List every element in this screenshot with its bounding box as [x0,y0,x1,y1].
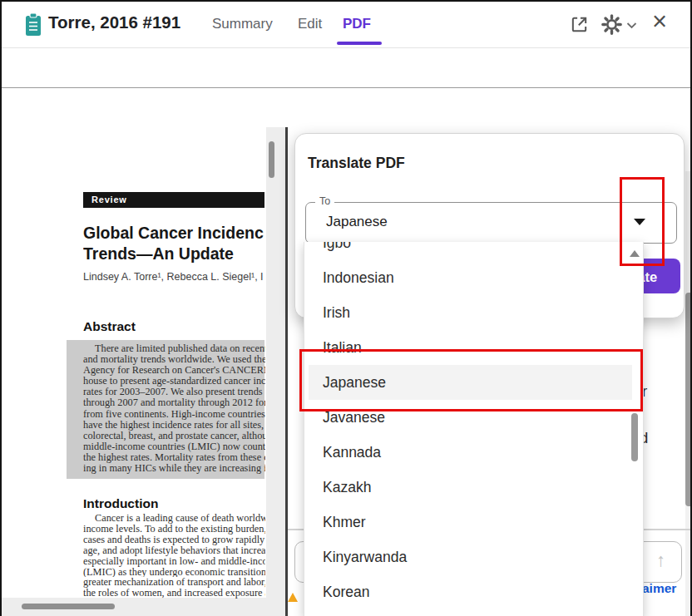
language-option-irish[interactable]: Irish [304,295,643,330]
attachment-bar: Torre-2016-Global Cancer Incidence and M… [2,88,690,128]
paper-title: Global Cancer Incidenc Trends—An Update [83,223,266,264]
review-badge: Review [83,192,264,208]
introduction-heading: Introduction [83,496,158,511]
warning-icon-fragment [288,593,298,602]
disclaimer-link[interactable]: aimer [642,581,676,596]
language-option-kannada[interactable]: Kannada [304,435,643,470]
language-option-kinyarwanda[interactable]: Kinyarwanda [304,540,643,574]
abstract-heading: Abstract [83,319,136,334]
settings-chevron-icon[interactable] [626,22,637,29]
active-tab-underline [337,42,382,45]
tab-edit[interactable]: Edit [298,16,322,32]
dialog-title: Translate PDF [308,155,405,172]
pdf-toolbar: / 12 70% [2,48,690,88]
selected-language-value: Japanese [326,214,388,230]
horizontal-scrollbar-thumb[interactable] [22,604,115,609]
clipboard-icon [23,12,43,37]
abstract-text: There are limited published data on rece… [83,343,265,474]
language-dropdown-list: Igbo Indonesian Irish Italian Japanese J… [304,242,644,616]
annotation-box-japanese-option [299,349,643,411]
dropdown-scrollbar-thumb[interactable] [631,413,638,461]
send-arrow-icon[interactable] [656,549,665,571]
paper-authors: Lindsey A. Torre¹, Rebecca L. Siegel¹, I [83,271,265,283]
close-icon[interactable] [652,8,667,34]
vertical-scrollbar-thumb[interactable] [269,141,274,178]
tab-summary[interactable]: Summary [212,16,273,32]
settings-gear-icon[interactable] [601,13,623,36]
introduction-text: Cancer is a leading cause of death world… [83,513,265,599]
header-bar: Torre, 2016 #191 Summary Edit PDF [2,2,690,48]
to-label: To [315,195,334,207]
language-option-igbo[interactable]: Igbo [304,242,643,260]
reference-title: Torre, 2016 #191 [48,12,180,32]
annotation-box-dropdown-arrow [620,177,665,266]
tab-pdf[interactable]: PDF [343,16,371,32]
language-option-khmer[interactable]: Khmer [304,505,643,540]
app-window: Torre, 2016 #191 Summary Edit PDF [0,0,692,616]
language-option-indonesian[interactable]: Indonesian [304,260,643,295]
open-external-icon[interactable] [570,15,589,34]
language-option-korean[interactable]: Korean [304,574,643,609]
language-option-kazakh[interactable]: Kazakh [304,470,643,505]
panel-scrollbar-thumb[interactable] [685,293,692,506]
